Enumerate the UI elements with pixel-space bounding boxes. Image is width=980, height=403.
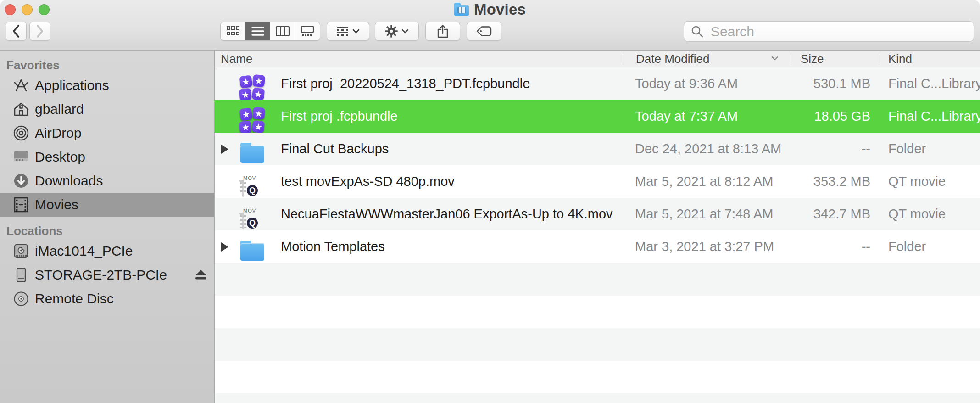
search-input[interactable] — [684, 21, 974, 42]
icon-view-button[interactable] — [221, 22, 245, 40]
favorites-section-label: Favorites — [6, 57, 214, 73]
sidebar-item-label: gballard — [35, 101, 84, 117]
sidebar: Favorites Applications gballard — [0, 51, 215, 403]
file-row-necuafiesta-mov[interactable]: QMOV NecuaFiestaWWWmasterJan06 ExportAs-… — [215, 198, 980, 230]
column-divider[interactable] — [879, 53, 879, 66]
folder-icon — [239, 238, 265, 263]
file-size: 18.05 GB — [796, 100, 870, 133]
sidebar-item-label: iMac1014_PCIe — [35, 243, 133, 259]
sort-direction-icon — [770, 55, 780, 62]
column-header-date-modified[interactable]: Date Modified — [636, 51, 709, 67]
titlebar: Movies — [0, 2, 980, 17]
file-row-first-proj-pdt[interactable]: ★★★★ First proj 20220524_1318_PDT.fcpbun… — [215, 67, 980, 100]
back-button[interactable] — [6, 22, 27, 41]
chevron-left-icon — [11, 24, 21, 38]
list-header: Name Date Modified Size Kind — [215, 51, 980, 67]
airdrop-icon — [13, 125, 29, 141]
file-kind: Folder — [888, 133, 978, 165]
external-drive-icon — [13, 267, 29, 283]
file-name: NecuaFiestaWWWmasterJan06 ExportAs-Up to… — [281, 198, 613, 230]
column-divider[interactable] — [791, 53, 791, 66]
internal-drive-icon — [13, 243, 29, 259]
column-header-size[interactable]: Size — [801, 51, 824, 67]
gallery-view-button[interactable] — [295, 22, 320, 40]
fcp-library-icon: ★★★★ — [239, 75, 265, 101]
sidebar-item-label: Applications — [35, 78, 109, 93]
share-icon — [437, 24, 449, 38]
grid-icon — [227, 26, 239, 36]
home-icon — [13, 101, 29, 118]
list-view-button[interactable] — [245, 22, 270, 40]
folder-icon — [239, 140, 265, 166]
sidebar-item-desktop[interactable]: Desktop — [0, 145, 214, 169]
sidebar-item-label: Remote Disc — [35, 291, 114, 307]
rows: ★★★★ First proj 20220524_1318_PDT.fcpbun… — [215, 67, 980, 263]
group-button[interactable] — [327, 22, 369, 41]
file-kind: Final C...Library — [888, 100, 978, 133]
sidebar-item-remote-disc[interactable]: Remote Disc — [0, 287, 214, 311]
file-row-test-mov[interactable]: QMOV test movExpAs-SD 480p.mov Mar 5, 20… — [215, 165, 980, 198]
sidebar-item-applications[interactable]: Applications — [0, 73, 214, 97]
sidebar-item-movies[interactable]: Movies — [0, 193, 214, 217]
file-date: Mar 3, 2021 at 3:27 PM — [635, 230, 774, 263]
forward-button[interactable] — [29, 22, 50, 41]
sidebar-item-label: STORAGE-2TB-PCIe — [35, 267, 167, 283]
file-size: 353.2 MB — [796, 165, 870, 198]
gallery-icon — [301, 26, 314, 37]
column-header-kind[interactable]: Kind — [888, 51, 912, 67]
file-date: Today at 9:36 AM — [635, 67, 738, 100]
chevron-down-icon — [401, 29, 409, 34]
file-name: First proj .fcpbundle — [281, 100, 398, 133]
file-size: 342.7 MB — [796, 198, 870, 230]
list-lines-icon — [251, 26, 264, 36]
desktop-icon — [13, 149, 29, 165]
action-button[interactable] — [375, 22, 419, 41]
qt-movie-icon: QMOV — [239, 202, 265, 227]
file-kind: QT movie — [888, 165, 978, 198]
sidebar-item-downloads[interactable]: Downloads — [0, 169, 214, 193]
tags-button[interactable] — [467, 22, 501, 41]
sidebar-item-label: Desktop — [35, 149, 85, 165]
search-field — [684, 21, 974, 42]
share-button[interactable] — [425, 22, 460, 41]
movies-folder-icon — [454, 5, 469, 16]
chevron-right-icon — [35, 24, 45, 38]
qt-movie-icon: QMOV — [239, 169, 265, 195]
file-row-motion-templates[interactable]: Motion Templates Mar 3, 2021 at 3:27 PM … — [215, 230, 980, 263]
file-kind: Final C...Library — [888, 67, 978, 100]
film-icon — [13, 196, 29, 213]
file-row-final-cut-backups[interactable]: Final Cut Backups Dec 24, 2021 at 8:13 A… — [215, 133, 980, 165]
file-kind: Folder — [888, 230, 978, 263]
file-name: Final Cut Backups — [281, 133, 389, 165]
column-divider[interactable] — [623, 53, 623, 66]
sidebar-item-gballard[interactable]: gballard — [0, 97, 214, 121]
fcp-library-icon: ★★★★ — [239, 107, 265, 133]
file-date: Mar 5, 2021 at 7:48 AM — [635, 198, 773, 230]
sidebar-item-storage-2tb-pcie[interactable]: STORAGE-2TB-PCIe — [0, 263, 214, 287]
sidebar-item-label: Movies — [35, 197, 78, 213]
column-view-button[interactable] — [270, 22, 295, 40]
file-size: -- — [796, 133, 870, 165]
disc-icon — [13, 291, 29, 307]
file-list: Name Date Modified Size Kind ★★★★ First … — [215, 51, 980, 403]
sidebar-item-airdrop[interactable]: AirDrop — [0, 121, 214, 145]
file-name: First proj 20220524_1318_PDT.fcpbundle — [281, 67, 530, 100]
file-name: test movExpAs-SD 480p.mov — [281, 165, 455, 198]
file-date: Today at 7:37 AM — [635, 100, 738, 133]
file-row-first-proj-selected[interactable]: ★★★★ First proj .fcpbundle Today at 7:37… — [215, 100, 980, 133]
file-date: Dec 24, 2021 at 8:13 AM — [635, 133, 781, 165]
sidebar-item-imac1014-pcie[interactable]: iMac1014_PCIe — [0, 239, 214, 263]
file-size: -- — [796, 230, 870, 263]
locations-section-label: Locations — [6, 223, 214, 239]
group-by-icon — [336, 27, 349, 36]
downloads-icon — [13, 173, 29, 189]
tag-icon — [476, 25, 492, 37]
sidebar-item-label: AirDrop — [35, 125, 82, 141]
file-name: Motion Templates — [281, 230, 385, 263]
gear-icon — [385, 25, 398, 38]
file-kind: QT movie — [888, 198, 978, 230]
eject-button[interactable] — [194, 269, 208, 281]
window-title: Movies — [474, 1, 526, 18]
finder-window: Movies — [0, 0, 980, 403]
chevron-down-icon — [352, 29, 360, 34]
